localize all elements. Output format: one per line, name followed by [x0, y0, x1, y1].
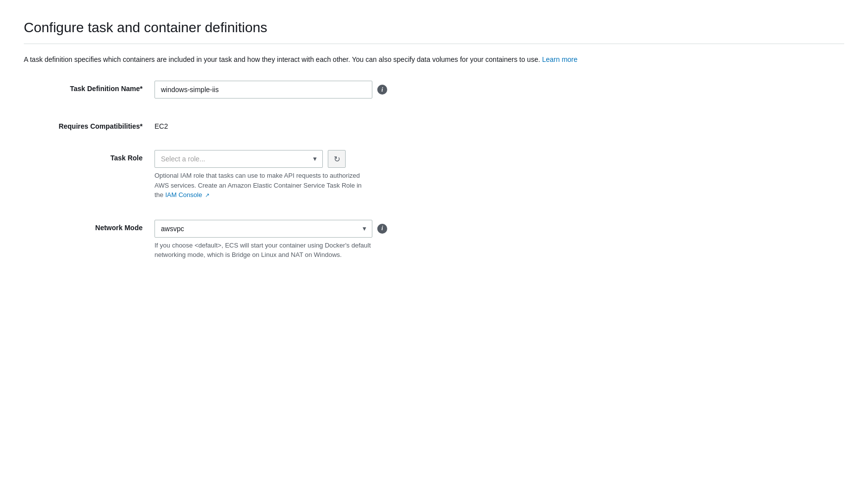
network-mode-select-wrapper: <default> bridge host awsvpc none ▼: [154, 220, 372, 238]
task-role-select-wrapper: Select a role... ▼: [154, 150, 323, 168]
task-role-select[interactable]: Select a role...: [154, 150, 323, 168]
network-mode-label: Network Mode: [24, 220, 143, 232]
requires-compatibilities-control: EC2: [154, 118, 168, 130]
external-link-icon: ↗: [205, 192, 209, 198]
network-mode-helper-text: If you choose <default>, ECS will start …: [154, 241, 372, 260]
refresh-icon: ↻: [334, 154, 340, 164]
section-divider: [24, 44, 844, 44]
task-role-row: Task Role Select a role... ▼ ↻ Optional …: [24, 150, 844, 200]
task-definition-name-input[interactable]: [154, 81, 372, 99]
task-definition-name-row: Task Definition Name* i: [24, 81, 844, 99]
requires-compatibilities-row: Requires Compatibilities* EC2: [24, 118, 844, 130]
form-section: Task Definition Name* i Requires Compati…: [24, 81, 844, 260]
network-mode-select[interactable]: <default> bridge host awsvpc none: [154, 220, 372, 238]
network-mode-info-icon[interactable]: i: [377, 224, 387, 234]
task-role-helper-text: Optional IAM role that tasks can use to …: [154, 171, 372, 200]
task-role-control: Select a role... ▼ ↻ Optional IAM role t…: [154, 150, 372, 200]
requires-compatibilities-value: EC2: [154, 118, 168, 130]
network-mode-row: Network Mode <default> bridge host awsvp…: [24, 220, 844, 260]
task-definition-name-label: Task Definition Name*: [24, 81, 143, 93]
page-description: A task definition specifies which contai…: [24, 54, 717, 65]
learn-more-link[interactable]: Learn more: [542, 55, 578, 63]
network-mode-control: <default> bridge host awsvpc none ▼ i If…: [154, 220, 387, 260]
task-role-refresh-button[interactable]: ↻: [328, 150, 346, 168]
iam-console-link[interactable]: IAM Console ↗: [165, 191, 209, 199]
task-definition-name-control: i: [154, 81, 387, 99]
task-role-label: Task Role: [24, 150, 143, 162]
requires-compatibilities-label: Requires Compatibilities*: [24, 118, 143, 130]
page-title: Configure task and container definitions: [24, 20, 844, 36]
task-definition-name-info-icon[interactable]: i: [377, 85, 387, 95]
